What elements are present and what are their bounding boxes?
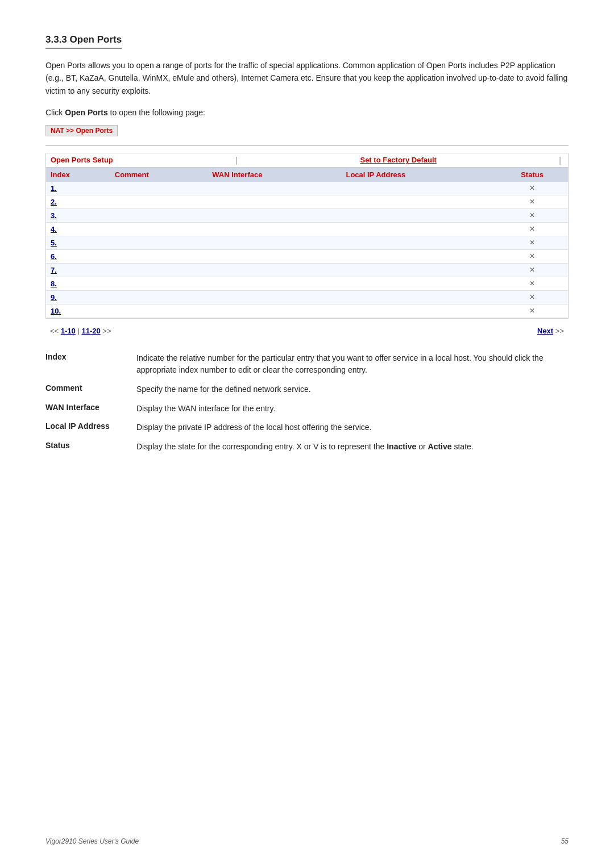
index-link[interactable]: 10. xyxy=(51,307,61,315)
pagination-row: << 1-10 | 11-20 >> Next >> xyxy=(45,324,569,337)
cell-local-ip xyxy=(341,249,496,263)
cell-comment xyxy=(110,263,208,277)
index-link[interactable]: 4. xyxy=(51,225,57,233)
cell-index: 9. xyxy=(46,290,110,304)
index-link[interactable]: 5. xyxy=(51,239,57,247)
open-ports-setup-label: Open Ports Setup xyxy=(51,156,113,164)
description-row: StatusDisplay the state for the correspo… xyxy=(45,437,569,457)
description-row: WAN InterfaceDisplay the WAN interface f… xyxy=(45,399,569,419)
table-row: 5.✕ xyxy=(46,236,568,249)
cell-status: ✕ xyxy=(496,290,568,304)
table-row: 1.✕ xyxy=(46,182,568,195)
next-label-arrows: >> xyxy=(555,327,564,335)
cell-comment xyxy=(110,290,208,304)
pagination-right: Next >> xyxy=(537,327,564,335)
cell-comment xyxy=(110,222,208,236)
cell-wan xyxy=(208,182,341,195)
cell-status: ✕ xyxy=(496,236,568,249)
table-row: 9.✕ xyxy=(46,290,568,304)
cell-status: ✕ xyxy=(496,222,568,236)
cell-index: 4. xyxy=(46,222,110,236)
cell-local-ip xyxy=(341,182,496,195)
cell-wan xyxy=(208,236,341,249)
page-1-10-link[interactable]: 1-10 xyxy=(61,327,76,335)
cell-wan xyxy=(208,208,341,222)
description-definition: Specify the name for the defined network… xyxy=(136,380,569,399)
cell-index: 10. xyxy=(46,304,110,318)
cell-status: ✕ xyxy=(496,208,568,222)
index-link[interactable]: 8. xyxy=(51,279,57,288)
footer-left: Vigor2910 Series User's Guide xyxy=(45,837,139,845)
cell-local-ip xyxy=(341,208,496,222)
section-title: 3.3.3 Open Ports xyxy=(45,34,122,49)
cell-wan xyxy=(208,277,341,290)
page-11-20-link[interactable]: 11-20 xyxy=(81,327,100,335)
table-row: 10.✕ xyxy=(46,304,568,318)
set-factory-default-link[interactable]: Set to Factory Default xyxy=(360,156,436,164)
cell-index: 6. xyxy=(46,249,110,263)
description-definition: Indicate the relative number for the par… xyxy=(136,349,569,380)
footer: Vigor2910 Series User's Guide 55 xyxy=(45,837,569,845)
pagination-left: << 1-10 | 11-20 >> xyxy=(50,327,111,335)
breadcrumb[interactable]: NAT >> Open Ports xyxy=(45,125,118,136)
cell-local-ip xyxy=(341,304,496,318)
open-ports-data-table: Index Comment WAN Interface Local IP Add… xyxy=(46,168,568,318)
col-index: Index xyxy=(46,168,110,182)
cell-wan xyxy=(208,195,341,208)
cell-wan xyxy=(208,249,341,263)
index-link[interactable]: 1. xyxy=(51,184,57,193)
description-term: Index xyxy=(45,349,136,380)
cell-index: 5. xyxy=(46,236,110,249)
description-row: CommentSpecify the name for the defined … xyxy=(45,380,569,399)
col-status: Status xyxy=(496,168,568,182)
cell-index: 8. xyxy=(46,277,110,290)
cell-local-ip xyxy=(341,290,496,304)
cell-wan xyxy=(208,304,341,318)
next-arrow-left: >> xyxy=(102,327,111,335)
index-link[interactable]: 2. xyxy=(51,198,57,206)
table-header-row: Open Ports Setup | Set to Factory Defaul… xyxy=(46,153,568,168)
cell-comment xyxy=(110,304,208,318)
cell-local-ip xyxy=(341,277,496,290)
col-wan: WAN Interface xyxy=(208,168,341,182)
description-term: WAN Interface xyxy=(45,399,136,419)
col-local-ip: Local IP Address xyxy=(341,168,496,182)
cell-index: 7. xyxy=(46,263,110,277)
index-link[interactable]: 7. xyxy=(51,266,57,274)
description-definition: Display the private IP address of the lo… xyxy=(136,418,569,437)
table-header-separator: | xyxy=(235,156,238,165)
cell-comment xyxy=(110,208,208,222)
cell-status: ✕ xyxy=(496,277,568,290)
table-row: 7.✕ xyxy=(46,263,568,277)
cell-status: ✕ xyxy=(496,263,568,277)
cell-local-ip xyxy=(341,222,496,236)
index-link[interactable]: 9. xyxy=(51,293,57,302)
click-instruction: Click Open Ports to open the following p… xyxy=(45,106,569,119)
index-link[interactable]: 6. xyxy=(51,252,57,261)
cell-status: ✕ xyxy=(496,304,568,318)
intro-text: Open Ports allows you to open a range of… xyxy=(45,59,569,97)
table-row: 2.✕ xyxy=(46,195,568,208)
description-table: IndexIndicate the relative number for th… xyxy=(45,349,569,457)
cell-comment xyxy=(110,236,208,249)
cell-comment xyxy=(110,277,208,290)
description-definition: Display the WAN interface for the entry. xyxy=(136,399,569,419)
cell-index: 1. xyxy=(46,182,110,195)
cell-status: ✕ xyxy=(496,195,568,208)
cell-wan xyxy=(208,290,341,304)
open-ports-table-container: Open Ports Setup | Set to Factory Defaul… xyxy=(45,153,569,319)
footer-right: 55 xyxy=(561,837,569,845)
description-term: Comment xyxy=(45,380,136,399)
table-header-separator2: | xyxy=(559,156,561,165)
description-term: Local IP Address xyxy=(45,418,136,437)
description-row: Local IP AddressDisplay the private IP a… xyxy=(45,418,569,437)
cell-comment xyxy=(110,182,208,195)
cell-index: 2. xyxy=(46,195,110,208)
cell-local-ip xyxy=(341,263,496,277)
index-link[interactable]: 3. xyxy=(51,211,57,220)
prev-label: << xyxy=(50,327,61,335)
description-term: Status xyxy=(45,437,136,457)
breadcrumb-text: NAT >> Open Ports xyxy=(51,127,113,135)
table-row: 3.✕ xyxy=(46,208,568,222)
next-link[interactable]: Next xyxy=(537,327,553,335)
